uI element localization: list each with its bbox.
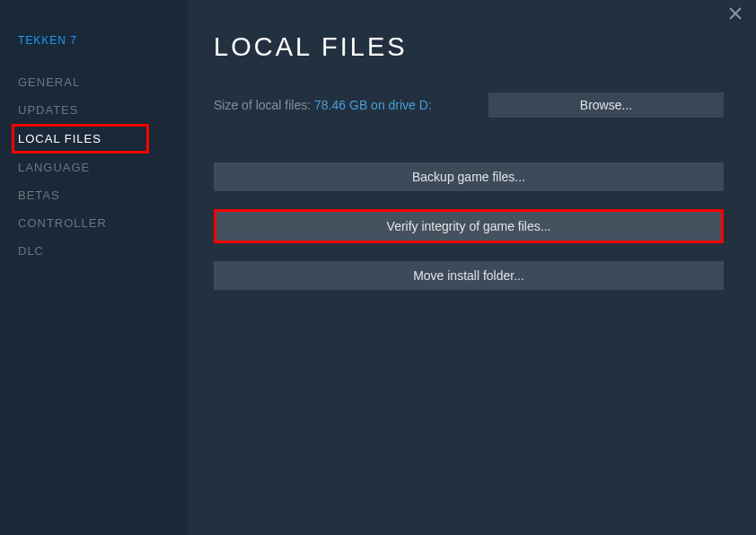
highlight-local-files: LOCAL FILES [12,124,149,153]
sidebar-item-controller[interactable]: CONTROLLER [18,209,171,237]
sidebar-item-general[interactable]: GENERAL [18,68,171,96]
size-row: Size of local files: 78.46 GB on drive D… [214,92,724,118]
verify-button[interactable]: Verify integrity of game files... [216,212,721,241]
close-icon[interactable] [729,7,742,22]
sidebar-item-dlc[interactable]: DLC [18,237,171,265]
browse-button[interactable]: Browse... [488,92,724,118]
game-title: TEKKEN 7 [18,34,171,47]
backup-button[interactable]: Backup game files... [214,162,724,191]
size-text-wrapper: Size of local files: 78.46 GB on drive D… [214,97,432,113]
main-panel: LOCAL FILES Size of local files: 78.46 G… [189,0,756,535]
buttons-area: Backup game files... Verify integrity of… [214,161,724,290]
size-label: Size of local files: [214,98,314,112]
sidebar-item-updates[interactable]: UPDATES [18,96,171,124]
sidebar-item-local-files[interactable]: LOCAL FILES [18,132,101,145]
sidebar-item-language[interactable]: LANGUAGE [18,153,171,181]
size-value: 78.46 GB on drive D: [314,98,432,112]
page-title: LOCAL FILES [214,32,724,62]
sidebar-item-betas[interactable]: BETAS [18,181,171,209]
highlight-verify: Verify integrity of game files... [214,209,724,243]
sidebar: TEKKEN 7 GENERAL UPDATES LOCAL FILES LAN… [0,0,189,535]
move-button[interactable]: Move install folder... [214,261,724,290]
